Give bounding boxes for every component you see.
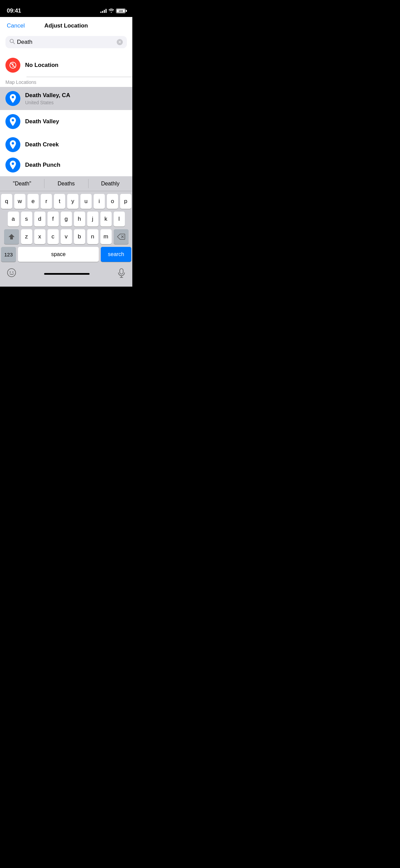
keyboard-rows: q w e r t y u i o p a s d f g h j k bbox=[0, 191, 132, 266]
keyboard-row-2: a s d f g h j k l bbox=[1, 212, 131, 227]
keyboard-bottom-bar bbox=[0, 266, 132, 287]
key-w[interactable]: w bbox=[14, 194, 25, 209]
autocomplete-bar: "Death" Deaths Deathly bbox=[0, 176, 132, 191]
result-text-0: Death Valley, CA United States bbox=[25, 92, 127, 105]
key-z[interactable]: z bbox=[21, 229, 32, 244]
result-item-death-valley[interactable]: Death Valley bbox=[0, 110, 132, 133]
status-icons: 100 bbox=[100, 8, 126, 14]
nav-header: Cancel Adjust Location bbox=[0, 17, 132, 33]
key-t[interactable]: t bbox=[54, 194, 65, 209]
search-clear-button[interactable]: ✕ bbox=[117, 39, 123, 45]
cancel-button[interactable]: Cancel bbox=[7, 22, 25, 29]
result-subtitle-0: United States bbox=[25, 100, 127, 105]
key-p[interactable]: p bbox=[120, 194, 131, 209]
key-o[interactable]: o bbox=[107, 194, 118, 209]
svg-rect-10 bbox=[120, 269, 123, 274]
svg-point-9 bbox=[13, 272, 14, 273]
key-i[interactable]: i bbox=[94, 194, 105, 209]
key-b[interactable]: b bbox=[74, 229, 85, 244]
adjust-location-sheet: Cancel Adjust Location ✕ No bbox=[0, 17, 132, 287]
key-x[interactable]: x bbox=[34, 229, 45, 244]
result-title-0: Death Valley, CA bbox=[25, 92, 127, 99]
search-container: ✕ bbox=[0, 33, 132, 54]
key-k[interactable]: k bbox=[100, 212, 112, 227]
signal-icon bbox=[100, 9, 107, 13]
page-title: Adjust Location bbox=[44, 22, 88, 29]
key-c[interactable]: c bbox=[47, 229, 59, 244]
keyboard-row-4: 123 space search bbox=[1, 247, 131, 262]
home-indicator bbox=[44, 273, 90, 275]
autocomplete-deathly[interactable]: Deathly bbox=[88, 176, 132, 191]
result-item-death-punch[interactable]: Death Punch bbox=[0, 156, 132, 174]
location-pin-icon-1 bbox=[5, 114, 20, 129]
key-f[interactable]: f bbox=[47, 212, 59, 227]
key-a[interactable]: a bbox=[8, 212, 19, 227]
key-m[interactable]: m bbox=[100, 229, 112, 244]
map-locations-header: Map Locations bbox=[0, 77, 132, 87]
search-input[interactable] bbox=[17, 39, 115, 46]
no-location-text: No Location bbox=[25, 61, 127, 69]
autocomplete-deaths[interactable]: Deaths bbox=[44, 176, 88, 191]
key-q[interactable]: q bbox=[1, 194, 12, 209]
search-icon bbox=[9, 39, 15, 46]
key-u[interactable]: u bbox=[80, 194, 92, 209]
search-key[interactable]: search bbox=[101, 247, 131, 262]
key-j[interactable]: j bbox=[87, 212, 98, 227]
result-title-3: Death Punch bbox=[25, 161, 127, 169]
key-h[interactable]: h bbox=[74, 212, 85, 227]
emoji-button[interactable] bbox=[7, 268, 16, 280]
no-location-item[interactable]: No Location bbox=[0, 54, 132, 77]
space-key[interactable]: space bbox=[18, 247, 99, 262]
wifi-icon bbox=[109, 8, 114, 14]
keyboard-row-3: z x c v b n m bbox=[1, 229, 131, 244]
svg-line-1 bbox=[13, 42, 15, 44]
key-e[interactable]: e bbox=[27, 194, 39, 209]
key-g[interactable]: g bbox=[61, 212, 72, 227]
status-bar: 09:41 100 bbox=[0, 0, 132, 17]
svg-point-7 bbox=[7, 269, 16, 277]
key-s[interactable]: s bbox=[21, 212, 32, 227]
microphone-button[interactable] bbox=[117, 268, 126, 280]
delete-key[interactable] bbox=[114, 229, 129, 244]
location-pin-icon-3 bbox=[5, 158, 20, 173]
key-n[interactable]: n bbox=[87, 229, 98, 244]
result-item-death-creek[interactable]: Death Creek bbox=[0, 133, 132, 156]
shift-key[interactable] bbox=[4, 229, 19, 244]
keyboard: "Death" Deaths Deathly q w e r t y u i o bbox=[0, 176, 132, 287]
key-l[interactable]: l bbox=[114, 212, 125, 227]
autocomplete-exact[interactable]: "Death" bbox=[0, 176, 44, 191]
key-y[interactable]: y bbox=[67, 194, 78, 209]
battery-icon: 100 bbox=[116, 8, 126, 13]
result-title-2: Death Creek bbox=[25, 141, 127, 148]
svg-point-8 bbox=[10, 272, 11, 273]
key-v[interactable]: v bbox=[61, 229, 72, 244]
result-item-death-valley-ca[interactable]: Death Valley, CA United States bbox=[0, 87, 132, 110]
result-text-2: Death Creek bbox=[25, 141, 127, 148]
location-pin-icon-0 bbox=[5, 91, 20, 106]
results-list: Death Valley, CA United States Death Val… bbox=[0, 87, 132, 174]
no-location-icon bbox=[5, 58, 20, 73]
keyboard-row-1: q w e r t y u i o p bbox=[1, 194, 131, 209]
svg-point-4 bbox=[13, 66, 13, 67]
location-pin-icon-2 bbox=[5, 137, 20, 152]
key-r[interactable]: r bbox=[41, 194, 52, 209]
status-time: 09:41 bbox=[7, 7, 21, 14]
search-bar: ✕ bbox=[5, 36, 127, 48]
result-text-1: Death Valley bbox=[25, 118, 127, 125]
numbers-key[interactable]: 123 bbox=[1, 247, 16, 262]
result-text-3: Death Punch bbox=[25, 161, 127, 169]
no-location-label: No Location bbox=[25, 61, 127, 69]
key-d[interactable]: d bbox=[34, 212, 45, 227]
result-title-1: Death Valley bbox=[25, 118, 127, 125]
